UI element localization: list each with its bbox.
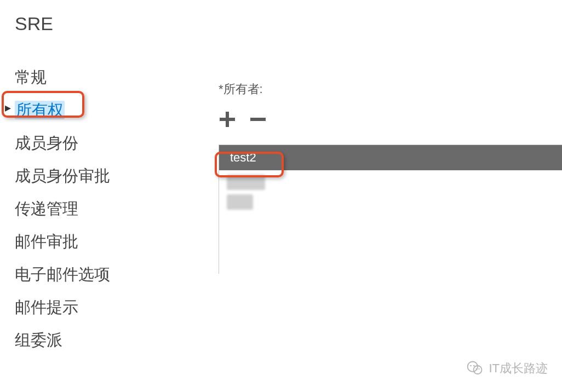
remove-owner-button[interactable] [249,111,267,128]
wechat-icon [467,360,483,377]
svg-rect-1 [220,118,235,121]
sidebar-item-ownership[interactable]: 所有权 [15,94,110,127]
owner-row-selected[interactable]: test2 [219,145,562,170]
owner-row-redacted[interactable] [219,175,562,190]
owner-name: test2 [230,151,256,165]
svg-point-6 [473,365,475,367]
watermark: IT成长路迹 [467,360,548,377]
svg-point-3 [468,362,478,372]
sidebar: 常规 所有权 成员身份 成员身份审批 传递管理 邮件审批 电子邮件选项 邮件提示… [15,61,110,357]
redacted-text [227,175,265,190]
sidebar-item-delivery-management[interactable]: 传递管理 [15,193,110,226]
svg-rect-2 [250,118,266,121]
owners-listbox[interactable]: test2 [219,145,562,274]
plus-icon [219,111,236,128]
sidebar-item-membership-approval[interactable]: 成员身份审批 [15,160,110,193]
sidebar-item-mailtip[interactable]: 邮件提示 [15,291,110,324]
svg-point-5 [471,365,472,367]
sidebar-item-email-options[interactable]: 电子邮件选项 [15,258,110,291]
page-title: SRE [15,13,53,34]
add-owner-button[interactable] [219,111,236,128]
owner-field-label: *所有者: [219,81,562,97]
svg-point-7 [476,368,477,370]
main-content: *所有者: test2 [219,81,562,274]
sidebar-item-label: 所有权 [15,101,65,119]
redacted-text [227,194,253,210]
sidebar-item-general[interactable]: 常规 [15,61,110,94]
minus-icon [249,111,267,128]
watermark-text: IT成长路迹 [489,360,548,377]
sidebar-item-group-delegation[interactable]: 组委派 [15,324,110,357]
svg-point-8 [479,368,480,370]
owner-toolbar [219,111,562,128]
owner-row-redacted[interactable] [219,194,562,210]
sidebar-item-membership[interactable]: 成员身份 [15,127,110,160]
sidebar-item-message-approval[interactable]: 邮件审批 [15,226,110,258]
